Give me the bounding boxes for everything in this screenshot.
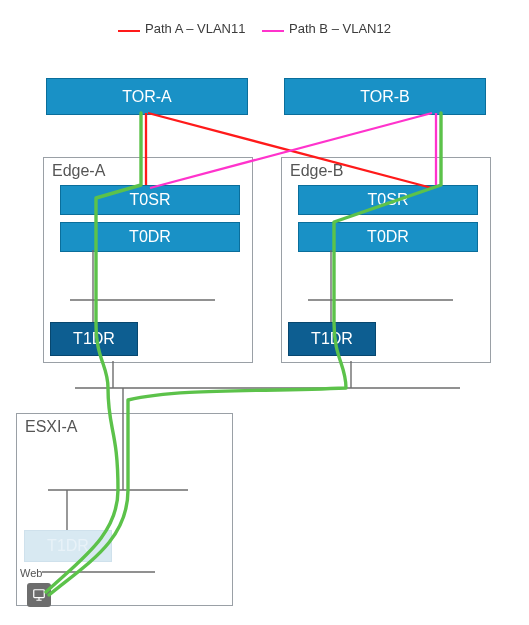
node-t0dr-b: T0DR [298, 222, 478, 252]
group-title-esxi-a: ESXI-A [25, 418, 77, 436]
label-web: Web [20, 567, 42, 579]
label-t0dr-a: T0DR [129, 228, 171, 246]
node-t0sr-a: T0SR [60, 185, 240, 215]
legend-swatch-path-b [262, 30, 284, 32]
node-t1dr-a: T1DR [50, 322, 138, 356]
label-tor-b: TOR-B [360, 88, 409, 106]
node-t0dr-a: T0DR [60, 222, 240, 252]
legend-label-path-b: Path B – VLAN12 [289, 21, 391, 36]
group-title-edge-a: Edge-A [52, 162, 105, 180]
label-t0sr-b: T0SR [368, 191, 409, 209]
label-t1dr-a: T1DR [73, 330, 115, 348]
svg-rect-0 [34, 590, 45, 598]
node-tor-b: TOR-B [284, 78, 486, 115]
node-t1dr-b: T1DR [288, 322, 376, 356]
diagram-stage: Path A – VLAN11 Path B – VLAN12 Edge-A E… [0, 0, 529, 625]
label-t1dr-b: T1DR [311, 330, 353, 348]
node-t0sr-b: T0SR [298, 185, 478, 215]
label-t0sr-a: T0SR [130, 191, 171, 209]
label-t1dr-esxi: T1DR [47, 537, 89, 555]
node-t1dr-esxi: T1DR [24, 530, 112, 562]
group-esxi-a: ESXI-A [16, 413, 233, 606]
legend-swatch-path-a [118, 30, 140, 32]
label-t0dr-b: T0DR [367, 228, 409, 246]
legend-label-path-a: Path A – VLAN11 [145, 21, 245, 36]
vm-icon [27, 583, 51, 607]
group-title-edge-b: Edge-B [290, 162, 343, 180]
label-tor-a: TOR-A [122, 88, 171, 106]
node-tor-a: TOR-A [46, 78, 248, 115]
